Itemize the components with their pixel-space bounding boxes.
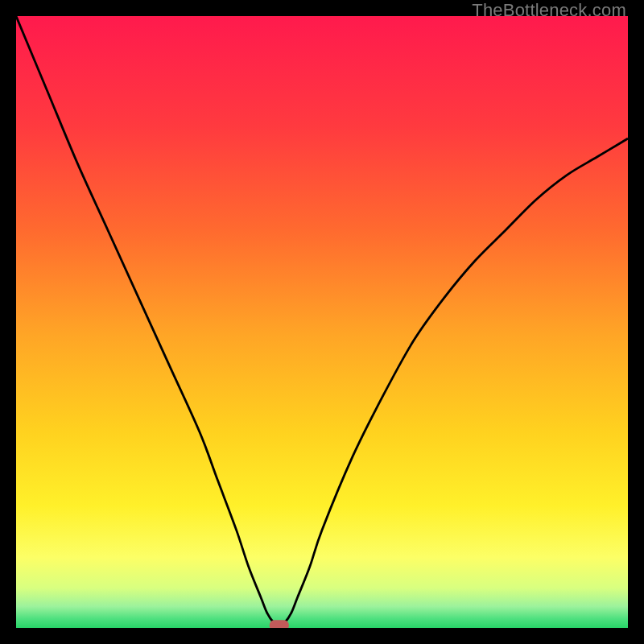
- watermark-text: TheBottleneck.com: [472, 0, 626, 21]
- bottleneck-chart: [16, 16, 628, 628]
- optimal-marker: [270, 620, 289, 628]
- chart-background: [16, 16, 628, 628]
